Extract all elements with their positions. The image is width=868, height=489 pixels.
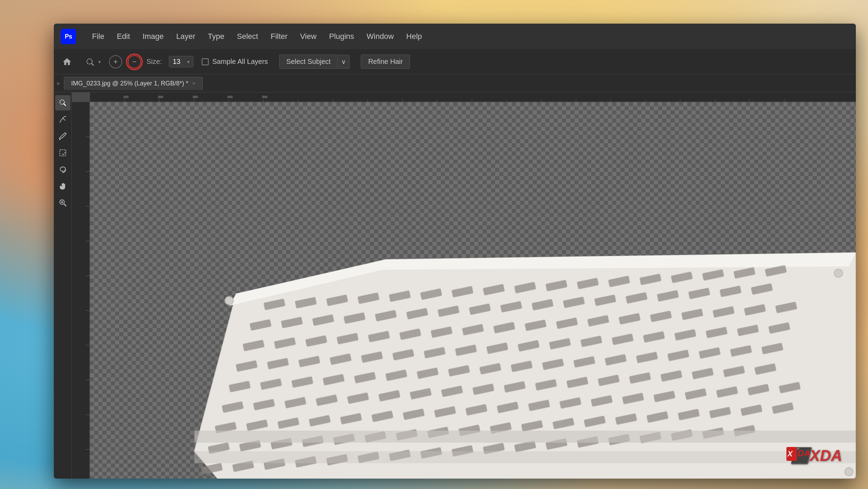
- svg-point-224: [834, 269, 843, 277]
- menu-items: File Edit Image Layer Type Select Filter…: [86, 29, 428, 44]
- menu-select[interactable]: Select: [231, 29, 264, 44]
- ps-logo-text: Ps: [65, 33, 72, 40]
- menu-filter[interactable]: Filter: [264, 29, 294, 44]
- svg-text:X: X: [787, 449, 793, 458]
- select-subject-dropdown[interactable]: ∨: [337, 55, 350, 69]
- size-dropdown-arrow[interactable]: ▾: [187, 59, 190, 65]
- menu-bar: Ps File Edit Image Layer Type Select Fil…: [54, 24, 856, 49]
- refine-hair-button[interactable]: Refine Hair: [361, 55, 410, 69]
- options-bar: ▾ + − Size: ▾ Sample All Layers Select S…: [54, 49, 856, 74]
- svg-line-1: [91, 63, 94, 66]
- document-tab-close[interactable]: ×: [192, 81, 195, 86]
- svg-rect-39: [72, 102, 90, 479]
- svg-text:500: 500: [262, 95, 267, 99]
- marquee-tool-btn[interactable]: [55, 145, 70, 160]
- svg-point-0: [87, 59, 92, 64]
- menu-plugins[interactable]: Plugins: [323, 29, 360, 44]
- svg-line-3: [64, 103, 66, 106]
- hand-tool-btn[interactable]: [55, 179, 70, 194]
- left-toolbar: [54, 92, 72, 479]
- svg-text:DA: DA: [798, 448, 811, 458]
- ps-logo: Ps: [61, 29, 76, 44]
- add-to-selection-button[interactable]: +: [109, 55, 122, 68]
- menu-view[interactable]: View: [294, 29, 323, 44]
- select-subject-container: Select Subject ∨: [279, 55, 350, 69]
- svg-point-223: [225, 297, 233, 305]
- quick-selection-icon[interactable]: [83, 55, 97, 69]
- tool-dropdown-arrow[interactable]: ▾: [98, 59, 101, 65]
- menu-image[interactable]: Image: [136, 29, 170, 44]
- xda-badge: X DA: [786, 444, 842, 465]
- smudge-tool-btn[interactable]: [55, 112, 70, 127]
- subtract-from-selection-button[interactable]: −: [128, 55, 141, 68]
- menu-help[interactable]: Help: [400, 29, 428, 44]
- sample-all-layers-checkbox[interactable]: [202, 58, 209, 65]
- menu-edit[interactable]: Edit: [110, 29, 136, 44]
- svg-point-5: [60, 167, 65, 171]
- quick-selection-tool-btn[interactable]: [55, 95, 70, 110]
- ruler-horizontal: // Will be rendered via CSS 100 200 300 …: [90, 92, 856, 102]
- xda-badge-svg: X DA: [786, 444, 842, 463]
- svg-rect-222: [194, 451, 856, 463]
- menu-layer[interactable]: Layer: [170, 29, 202, 44]
- lasso-tool-btn[interactable]: [55, 162, 70, 177]
- select-subject-button[interactable]: Select Subject: [279, 55, 338, 69]
- svg-text:400: 400: [227, 95, 233, 99]
- menu-file[interactable]: File: [86, 29, 110, 44]
- document-tab-bar: » IMG_0233.jpg @ 25% (Layer 1, RGB/8*) *…: [54, 74, 856, 92]
- sample-all-layers-label[interactable]: Sample All Layers: [212, 58, 268, 66]
- document-tab[interactable]: IMG_0233.jpg @ 25% (Layer 1, RGB/8*) * ×: [64, 77, 203, 90]
- ruler-v-svg: [72, 102, 90, 479]
- canvas-viewport: ⬛XDA X DA: [90, 102, 856, 479]
- tool-selector: ▾: [83, 55, 101, 69]
- svg-line-7: [64, 204, 66, 206]
- document-tab-title: IMG_0233.jpg @ 25% (Layer 1, RGB/8*) *: [71, 80, 188, 87]
- size-input-container: ▾: [169, 56, 193, 67]
- svg-point-225: [845, 467, 853, 476]
- device-svg: [90, 102, 856, 479]
- ruler-h-svg: 100 200 300 400 500: [90, 92, 856, 102]
- brush-tool-btn[interactable]: [55, 129, 70, 144]
- sample-all-layers-container: Sample All Layers: [202, 58, 268, 66]
- size-input[interactable]: [173, 58, 185, 66]
- expand-panels-icon[interactable]: »: [57, 80, 60, 86]
- svg-rect-12: [90, 92, 856, 102]
- svg-text:200: 200: [158, 95, 163, 99]
- photoshop-window: Ps File Edit Image Layer Type Select Fil…: [54, 24, 856, 479]
- menu-type[interactable]: Type: [202, 29, 231, 44]
- canvas-region: // Will be rendered via CSS 100 200 300 …: [72, 92, 856, 479]
- home-button[interactable]: [59, 54, 75, 69]
- main-area: // Will be rendered via CSS 100 200 300 …: [54, 92, 856, 479]
- canvas-image-container: [90, 102, 856, 479]
- size-label: Size:: [147, 58, 162, 66]
- zoom-tool-btn[interactable]: [55, 195, 70, 210]
- svg-rect-221: [194, 431, 856, 442]
- ruler-vertical: [72, 102, 90, 479]
- menu-window[interactable]: Window: [360, 29, 400, 44]
- svg-text:100: 100: [123, 95, 128, 99]
- svg-text:300: 300: [193, 95, 198, 99]
